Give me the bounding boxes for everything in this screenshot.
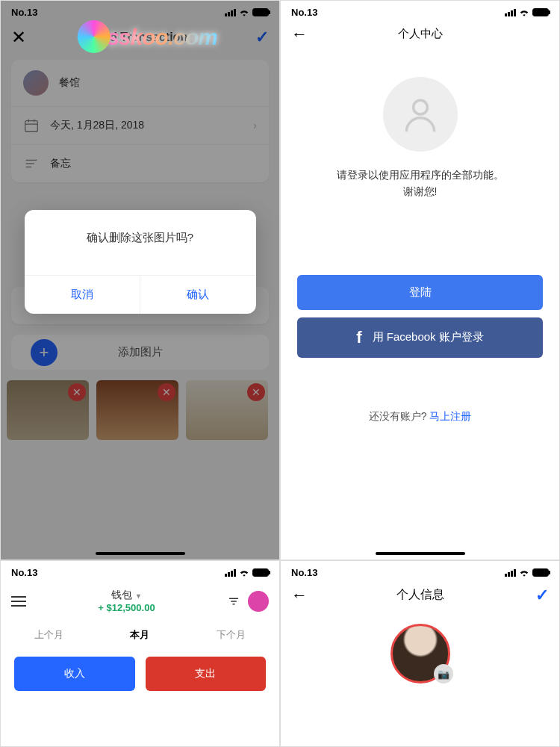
facebook-login-label: 用 Facebook 账户登录 [373,330,484,344]
wifi-icon [519,569,529,577]
battery-icon [532,568,549,577]
login-message: 请登录以使用应用程序的全部功能。 谢谢您! [281,167,559,200]
status-icons [225,568,269,577]
confirm-delete-modal: 确认删除这张图片吗? 取消 确认 [25,210,256,314]
header: 钱包 ▼ + $12,500.00 [1,581,279,621]
month-tabs: 上个月 本月 下个月 [1,621,279,649]
back-icon[interactable]: ← [291,586,308,605]
battery-icon [532,8,549,16]
wifi-icon [239,569,249,577]
status-bar: No.13 [281,1,559,21]
wallet-selector[interactable]: 钱包 ▼ + $12,500.00 [34,589,220,613]
wallet-balance: + $12,500.00 [34,602,220,613]
screen-profile-center: No.13 ← 个人中心 请登录以使用应用程序的全部功能。 谢谢您! 登陆 f … [280,0,560,560]
status-bar: No.13 [281,561,559,581]
status-icons [505,568,549,577]
camera-icon[interactable]: 📷 [434,664,453,684]
page-title: 个人中心 [398,27,443,41]
status-icons [505,8,549,16]
register-prompt: 还没有账户? 马上注册 [281,410,559,424]
screen-personal-info: No.13 ← 个人信息 ✓ 📷 [280,560,560,747]
modal-message: 确认删除这张图片吗? [25,210,256,275]
battery-icon [252,568,269,577]
header: ← 个人信息 ✓ [281,581,559,609]
user-icon [399,93,441,135]
avatar[interactable] [248,591,269,612]
confirm-icon[interactable]: ✓ [535,586,549,605]
confirm-button[interactable]: 确认 [140,276,256,314]
income-button[interactable]: 收入 [14,657,135,691]
page-title: 个人信息 [396,587,444,603]
avatar-placeholder [383,77,458,152]
chevron-down-icon: ▼ [135,592,142,600]
home-indicator[interactable] [376,552,465,555]
login-button[interactable]: 登陆 [297,275,543,310]
header: ← 个人中心 [281,21,559,47]
menu-icon[interactable] [11,593,26,610]
tab-prev-month[interactable]: 上个月 [34,628,63,642]
screen-add-transaction: No.13 ✕ Add Transaction ✓ 餐馆 今天, 1月28日, … [0,0,280,560]
screen-wallet: No.13 钱包 ▼ + $12,500.00 上个月 本月 下个月 收入 支出 [0,560,280,747]
wifi-icon [519,9,529,16]
tab-current-month[interactable]: 本月 [130,628,149,642]
status-bar: No.13 [1,561,279,581]
carrier-label: No.13 [11,567,37,578]
signal-icon [505,9,516,16]
filter-icon[interactable] [227,595,240,608]
modal-buttons: 取消 确认 [25,275,256,314]
facebook-login-button[interactable]: f 用 Facebook 账户登录 [297,317,543,358]
register-link[interactable]: 马上注册 [429,410,471,422]
profile-avatar[interactable]: 📷 [391,624,450,684]
signal-icon [225,569,236,577]
tab-next-month[interactable]: 下个月 [217,628,246,642]
expense-button[interactable]: 支出 [146,657,267,691]
watermark: sskoo.com [107,25,217,50]
income-expense-buttons: 收入 支出 [1,649,279,698]
facebook-icon: f [356,328,361,347]
carrier-label: No.13 [291,567,317,578]
cancel-button[interactable]: 取消 [25,276,141,314]
signal-icon [505,569,516,577]
back-icon[interactable]: ← [291,25,308,44]
carrier-label: No.13 [291,7,317,18]
svg-point-8 [413,100,427,114]
